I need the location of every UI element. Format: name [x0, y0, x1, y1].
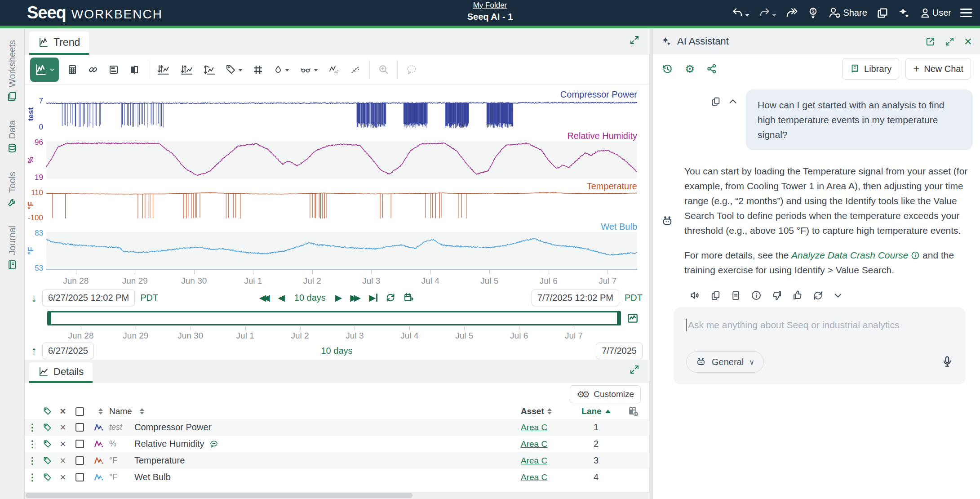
calendar-step-icon[interactable]	[404, 292, 414, 303]
copy-range-down-icon[interactable]: ↓	[31, 291, 37, 305]
ai-expand-icon[interactable]	[945, 36, 955, 47]
header-add-column-icon[interactable]	[617, 406, 649, 417]
step-forward-half-button[interactable]: ▶	[335, 292, 342, 303]
link-info-icon[interactable]	[911, 251, 920, 260]
series-plot[interactable]	[46, 141, 637, 179]
usage-button[interactable]: $	[807, 7, 819, 19]
chat-input-card[interactable]: Ask me anything about Seeq or industrial…	[674, 307, 966, 384]
row-checkbox[interactable]	[75, 456, 84, 465]
auto-scale-axis-icon[interactable]	[180, 64, 193, 76]
mode-selector[interactable]: General ∨	[686, 351, 764, 373]
panel-divider[interactable]	[649, 28, 653, 499]
row-tag-icon[interactable]	[40, 456, 55, 465]
investigate-duration[interactable]: 10 days	[320, 346, 354, 356]
tab-trend[interactable]: Trend	[29, 31, 89, 55]
series-label[interactable]: Compressor Power	[560, 89, 637, 100]
compare-view-icon[interactable]	[129, 64, 140, 75]
step-back-half-button[interactable]: ◀	[278, 292, 284, 303]
ai-settings-icon[interactable]: ⚙	[685, 63, 695, 75]
display-start-timezone[interactable]: PDT	[140, 293, 158, 303]
header-tag-icon[interactable]	[40, 407, 55, 416]
customize-axis-icon[interactable]	[156, 64, 170, 76]
row-tag-icon[interactable]	[40, 473, 55, 482]
thumbs-up-icon[interactable]	[792, 290, 803, 301]
header-remove-icon[interactable]: ×	[55, 406, 71, 416]
uncertainty-scatter-icon[interactable]	[350, 64, 361, 75]
trend-expand-icon[interactable]	[629, 35, 640, 45]
annotate-bubble-icon[interactable]	[406, 64, 417, 75]
slider-right-handle[interactable]	[617, 311, 621, 325]
asset-link[interactable]: Area C	[521, 472, 547, 482]
crash-course-link[interactable]: Analyze Data Crash Course	[791, 250, 908, 260]
series-plot[interactable]	[46, 192, 637, 219]
chain-link-icon[interactable]	[88, 64, 98, 75]
series-label[interactable]: Wet Bulb	[601, 222, 637, 232]
sidebar-item-journal[interactable]: Journal	[7, 226, 18, 270]
investigate-range-slider[interactable]	[47, 311, 621, 325]
customize-button[interactable]: ⚙⚙ Customize	[570, 385, 641, 403]
row-tag-icon[interactable]	[40, 423, 55, 432]
tab-details[interactable]: Details	[29, 362, 93, 383]
header-icon-sort[interactable]	[89, 408, 109, 414]
header-name[interactable]: Name	[109, 406, 521, 416]
row-menu-icon[interactable]: ⋮	[25, 455, 40, 466]
series-plot[interactable]	[46, 100, 637, 129]
restore-button[interactable]	[785, 7, 798, 19]
breadcrumb-my-folder[interactable]: My Folder	[467, 1, 513, 10]
investigate-start-input[interactable]: 6/27/2025	[42, 343, 94, 359]
copy-response-icon[interactable]	[710, 290, 721, 301]
redo-button[interactable]	[758, 7, 776, 19]
table-row[interactable]: ⋮ × test Compressor Power Area C 1	[25, 419, 649, 436]
display-duration[interactable]: 10 days	[293, 293, 327, 303]
row-remove-icon[interactable]: ×	[55, 439, 71, 449]
library-button[interactable]: Library	[842, 58, 899, 80]
worksheet-windows-button[interactable]	[876, 7, 889, 19]
display-end-input[interactable]: 7/7/2025 12:02 PM	[532, 290, 619, 306]
series-label[interactable]: Relative Humidity	[567, 131, 637, 141]
lane-layout-icon[interactable]	[108, 64, 119, 75]
scrollbar-thumb[interactable]	[26, 493, 412, 498]
one-lane-one-axis-icon[interactable]	[203, 64, 216, 76]
sidebar-item-data[interactable]: Data	[7, 120, 18, 154]
gridlines-icon[interactable]	[253, 64, 263, 75]
collapse-message-icon[interactable]	[728, 97, 738, 107]
read-aloud-icon[interactable]	[690, 290, 701, 301]
row-checkbox[interactable]	[75, 473, 84, 481]
copy-message-icon[interactable]	[711, 97, 721, 107]
annotation-bubble-icon[interactable]	[209, 440, 219, 449]
series-label[interactable]: Temperature	[587, 181, 637, 192]
header-asset[interactable]: Asset	[521, 406, 575, 416]
y-axis[interactable]: % 96 19	[25, 141, 46, 179]
undo-caret-icon[interactable]	[745, 14, 749, 17]
chat-history-icon[interactable]	[662, 63, 673, 75]
header-checkbox[interactable]	[75, 407, 84, 416]
more-actions-chevron-icon[interactable]	[833, 290, 843, 301]
y-axis[interactable]: test 7 0	[25, 100, 46, 129]
horizontal-scrollbar[interactable]	[25, 492, 649, 499]
display-start-input[interactable]: 6/27/2025 12:02 PM	[42, 290, 135, 306]
share-chat-icon[interactable]	[706, 63, 717, 74]
copy-range-up-icon[interactable]: ↑	[31, 344, 37, 358]
y-axis[interactable]: °F 83 53	[25, 232, 46, 270]
slider-left-handle[interactable]	[48, 311, 51, 325]
zoom-in-icon[interactable]	[378, 64, 389, 75]
row-checkbox[interactable]	[75, 423, 84, 432]
row-remove-icon[interactable]: ×	[55, 423, 71, 432]
auto-update-icon[interactable]	[386, 293, 395, 303]
row-menu-icon[interactable]: ⋮	[25, 422, 40, 433]
y-axis[interactable]: °F 110 -100	[25, 192, 46, 219]
labels-tag-icon[interactable]	[226, 64, 243, 75]
redo-caret-icon[interactable]	[772, 14, 776, 17]
regenerate-icon[interactable]	[813, 290, 823, 301]
series-plot[interactable]	[46, 232, 637, 270]
asset-link[interactable]: Area C	[521, 423, 547, 432]
microphone-icon[interactable]	[941, 356, 953, 368]
details-expand-icon[interactable]	[629, 364, 640, 375]
asset-link[interactable]: Area C	[521, 439, 547, 449]
data-table-icon[interactable]	[67, 64, 78, 75]
chart-type-button[interactable]	[30, 58, 59, 82]
ai-close-icon[interactable]: ×	[964, 35, 972, 48]
chat-input[interactable]: Ask me anything about Seeq or industrial…	[686, 319, 953, 331]
table-row[interactable]: ⋮ × °F Wet Bulb Area C 4	[25, 469, 649, 486]
cursors-icon[interactable]	[299, 64, 318, 75]
